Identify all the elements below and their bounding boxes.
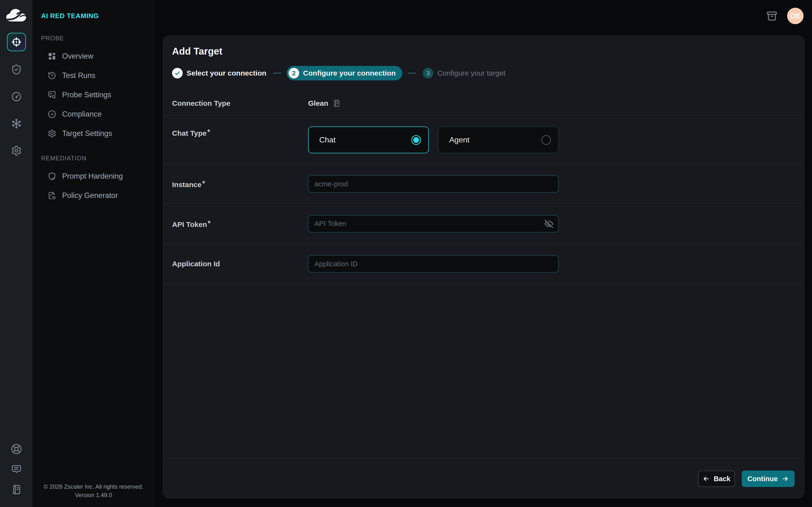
step-label: Configure your target — [437, 69, 505, 77]
gear-icon — [48, 129, 56, 138]
sidebar-item-probe-settings[interactable]: Probe Settings — [33, 85, 154, 105]
sidebar-item-label: Overview — [62, 52, 93, 61]
version-text: Version 1.49.0 — [33, 491, 154, 499]
sidebar-item-label: Target Settings — [62, 129, 112, 138]
shield-check-icon[interactable] — [11, 64, 22, 75]
target-icon — [11, 37, 22, 48]
message-square-icon[interactable] — [11, 464, 22, 475]
page-title: Add Target — [172, 46, 805, 57]
icon-rail — [0, 0, 33, 507]
option-label: Agent — [449, 135, 469, 145]
api-token-input[interactable] — [308, 215, 559, 232]
gear-icon[interactable] — [11, 145, 22, 156]
step-number: 3 — [423, 68, 433, 78]
instance-input[interactable] — [308, 175, 559, 193]
section-label-remediation: REMEDIATION — [41, 155, 154, 162]
back-button[interactable]: Back — [698, 470, 735, 487]
avatar-initials: DE — [790, 12, 800, 20]
back-label: Back — [714, 475, 730, 483]
zscaler-logo[interactable] — [4, 7, 29, 24]
shield-check-icon — [48, 172, 56, 181]
sidebar-item-test-runs[interactable]: Test Runs — [33, 66, 154, 85]
sidebar-item-policy-generator[interactable]: Policy Generator — [33, 186, 154, 205]
sidebar-item-label: Policy Generator — [62, 191, 118, 200]
step-separator — [408, 73, 416, 74]
arrow-right-icon — [781, 475, 789, 483]
sidebar-item-prompt-hardening[interactable]: Prompt Hardening — [33, 167, 154, 186]
form-row-chat-type: Chat Type* Chat Agent — [163, 116, 805, 164]
step-select-connection[interactable]: Select your connection — [170, 68, 268, 78]
stepper: Select your connection 2 Configure your … — [170, 66, 805, 80]
history-icon — [48, 71, 56, 80]
required-marker: * — [208, 219, 210, 227]
notebook-icon[interactable] — [11, 484, 22, 495]
sidebar: AI RED TEAMING PROBE Overview — [33, 0, 154, 507]
step-configure-target[interactable]: 3 Configure your target — [421, 68, 507, 78]
sidebar-footer: © 2026 Zscaler Inc. All rights reserved.… — [33, 483, 154, 499]
life-buoy-icon[interactable] — [11, 444, 22, 455]
continue-button[interactable]: Continue — [742, 470, 795, 487]
step-number: 2 — [289, 68, 299, 78]
connection-type-label: Connection Type — [172, 99, 308, 107]
section-label-probe: PROBE — [41, 35, 154, 42]
sidebar-item-label: Probe Settings — [62, 91, 111, 99]
topbar: DE — [154, 0, 812, 35]
add-target-form: Connection Type Glean Chat Type* — [163, 91, 805, 284]
dashboard-icon — [48, 52, 56, 61]
chat-type-option-agent[interactable]: Agent — [438, 126, 559, 153]
radio-selected-icon[interactable] — [411, 135, 421, 145]
badge-check-icon — [48, 110, 56, 119]
check-icon — [174, 70, 181, 76]
gauge-icon[interactable] — [11, 91, 22, 102]
rail-item-probe-active[interactable] — [7, 33, 26, 51]
archive-icon[interactable] — [766, 10, 777, 21]
instance-label: Instance* — [172, 179, 308, 189]
form-row-connection-type: Connection Type Glean — [163, 91, 805, 116]
chat-type-label: Chat Type* — [172, 116, 308, 137]
step-label: Select your connection — [187, 69, 266, 77]
application-id-label: Application Id — [172, 260, 308, 268]
sidebar-item-label: Prompt Hardening — [62, 172, 123, 181]
required-marker: * — [207, 128, 210, 136]
monitor-search-icon — [48, 91, 56, 99]
step-configure-connection[interactable]: 2 Configure your connection — [287, 66, 402, 80]
form-row-api-token: API Token* — [163, 204, 805, 244]
sidebar-item-target-settings[interactable]: Target Settings — [33, 124, 154, 143]
wizard-footer: Back Continue — [163, 458, 805, 499]
arrow-left-icon — [703, 475, 710, 483]
sidebar-item-label: Compliance — [62, 110, 102, 119]
product-title: AI RED TEAMING — [41, 12, 154, 20]
eye-off-icon[interactable] — [544, 219, 553, 228]
avatar[interactable]: DE — [787, 8, 804, 24]
sidebar-item-overview[interactable]: Overview — [33, 47, 154, 66]
sidebar-item-compliance[interactable]: Compliance — [33, 105, 154, 124]
chat-type-option-chat[interactable]: Chat — [308, 126, 429, 153]
step-separator — [273, 73, 281, 74]
file-shield-icon — [48, 191, 56, 200]
continue-label: Continue — [748, 475, 778, 483]
sidebar-item-label: Test Runs — [62, 71, 95, 80]
application-id-input[interactable] — [308, 255, 559, 273]
api-token-label: API Token* — [172, 219, 308, 229]
radio-unselected-icon[interactable] — [541, 135, 551, 145]
form-row-application-id: Application Id — [163, 244, 805, 284]
step-label: Configure your connection — [303, 69, 396, 77]
form-row-instance: Instance* — [163, 164, 805, 204]
option-label: Chat — [319, 135, 336, 145]
asterisk-nodes-icon[interactable] — [11, 118, 22, 129]
connection-type-value: Glean — [308, 99, 328, 107]
required-marker: * — [202, 179, 205, 187]
notebook-icon[interactable] — [333, 99, 341, 107]
add-target-panel: Add Target Select your connection 2 Conf… — [163, 35, 805, 499]
copyright-text: © 2026 Zscaler Inc. All rights reserved. — [33, 483, 154, 491]
step-complete-circle — [172, 68, 183, 78]
